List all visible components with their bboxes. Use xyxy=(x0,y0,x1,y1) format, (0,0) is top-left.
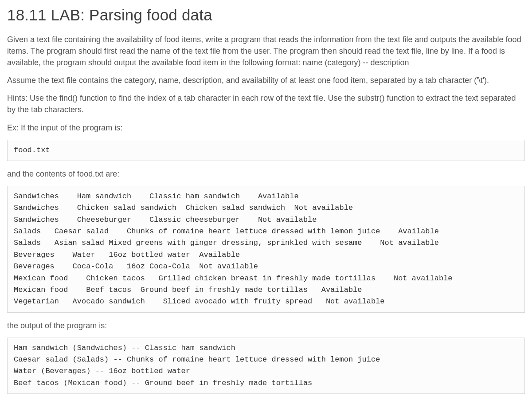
page-title: 18.11 LAB: Parsing food data xyxy=(7,6,525,24)
example-input-label: Ex: If the input of the program is: xyxy=(7,122,525,134)
lab-instructions: 18.11 LAB: Parsing food data Given a tex… xyxy=(0,0,532,401)
intro-paragraph: Given a text file containing the availab… xyxy=(7,34,525,68)
file-contents-box: Sandwiches Ham sandwich Classic ham sand… xyxy=(7,186,525,312)
output-box: Ham sandwich (Sandwiches) -- Classic ham… xyxy=(7,338,525,394)
file-contents-label: and the contents of food.txt are: xyxy=(7,168,525,180)
input-filename-box: food.txt xyxy=(7,140,525,161)
hints-paragraph: Hints: Use the find() function to find t… xyxy=(7,92,525,115)
output-label: the output of the program is: xyxy=(7,320,525,331)
assumption-paragraph: Assume the text file contains the catego… xyxy=(7,75,525,86)
